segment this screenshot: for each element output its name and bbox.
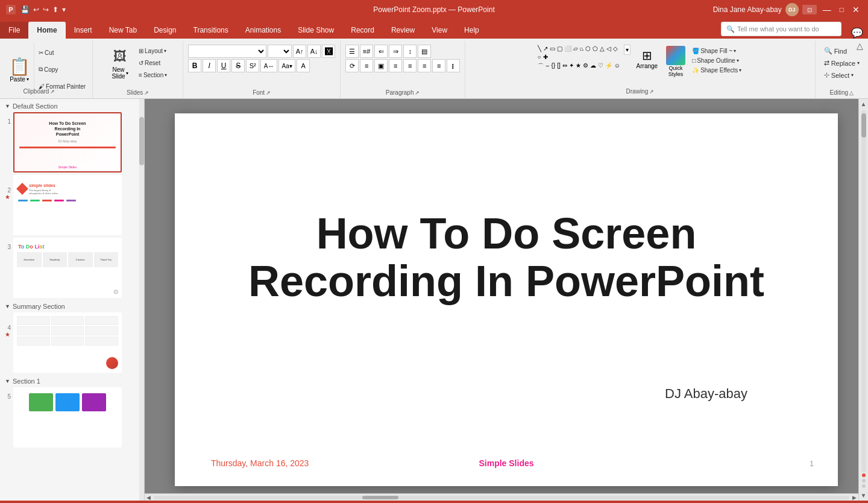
slide-thumb-img-4[interactable] bbox=[13, 312, 122, 373]
shape-outline-button[interactable]: □ Shape Outline ▾ bbox=[690, 57, 743, 65]
shape-plus[interactable]: ✚ bbox=[542, 53, 549, 61]
slide-thumb-img-1[interactable]: How To Do ScreenRecording InPowerPoint D… bbox=[13, 112, 122, 172]
tab-home[interactable]: Home bbox=[28, 22, 65, 39]
slide-thumb-1[interactable]: 1 How To Do ScreenRecording InPowerPoint… bbox=[0, 111, 144, 174]
redo-icon[interactable]: ↪ bbox=[43, 5, 49, 14]
align-center-btn[interactable]: ≡ bbox=[403, 59, 417, 72]
shapes-expand-icon[interactable]: ▾ bbox=[624, 45, 631, 55]
tab-slide-show[interactable]: Slide Show bbox=[289, 22, 342, 39]
tab-new-tab[interactable]: New Tab bbox=[101, 22, 145, 39]
minimize-btn[interactable]: — bbox=[820, 5, 834, 14]
tab-file[interactable]: File bbox=[0, 22, 28, 39]
quick-access-toolbar[interactable]: 💾 ↩ ↪ ⬆ ▾ bbox=[20, 5, 66, 14]
strikethrough-btn[interactable]: S bbox=[231, 59, 245, 72]
quick-styles-btn[interactable]: QuickStyles bbox=[664, 45, 688, 78]
font-color-btn[interactable]: A bbox=[297, 59, 310, 72]
arrange-button[interactable]: ⊞ Arrange bbox=[633, 46, 662, 72]
justify-btn[interactable]: ≡ bbox=[432, 59, 445, 72]
shape-arrow[interactable]: ↗ bbox=[542, 45, 549, 52]
shape-line[interactable]: ╲ bbox=[537, 45, 542, 52]
maximize-btn[interactable]: □ bbox=[837, 5, 846, 14]
shape-star4[interactable]: ✦ bbox=[568, 62, 574, 71]
cut-button[interactable]: ✂ Cut bbox=[37, 49, 87, 57]
restore-icon[interactable]: ⊡ bbox=[802, 5, 817, 14]
section-summary[interactable]: ▼ Summary Section bbox=[0, 299, 144, 311]
canvas-right-scrollbar[interactable]: ▲ ▼ bbox=[858, 99, 868, 501]
shape-bracket[interactable]: {} bbox=[551, 62, 556, 71]
font-name-select[interactable] bbox=[188, 45, 266, 58]
scroll-dot-2[interactable] bbox=[862, 479, 866, 482]
clipboard-expand-icon[interactable]: ↗ bbox=[50, 89, 55, 95]
shape-heart[interactable]: ♡ bbox=[597, 62, 604, 71]
layout-button[interactable]: ⊞ Layout ▾ bbox=[137, 47, 169, 55]
close-btn[interactable]: ✕ bbox=[850, 5, 862, 14]
shape-rtri[interactable]: ◁ bbox=[606, 45, 612, 52]
slide-thumb-img-3[interactable]: To Do List Sometime Simplicity Creative … bbox=[13, 238, 122, 298]
undo-icon[interactable]: ↩ bbox=[33, 5, 39, 14]
tab-design[interactable]: Design bbox=[145, 22, 184, 39]
shape-circle[interactable]: ○ bbox=[537, 53, 542, 61]
tab-review[interactable]: Review bbox=[383, 22, 423, 39]
collapse-ribbon-btn[interactable]: △ bbox=[857, 41, 863, 51]
columns-btn[interactable]: ⫿ bbox=[447, 59, 460, 72]
reset-button[interactable]: ↺ Reset bbox=[137, 59, 169, 67]
slide-thumb-img-5[interactable] bbox=[13, 387, 122, 448]
find-button[interactable]: 🔍 Find bbox=[820, 46, 851, 56]
select-button[interactable]: ⊹ Select ▾ bbox=[820, 70, 858, 80]
tab-record[interactable]: Record bbox=[342, 22, 383, 39]
save-icon[interactable]: 💾 bbox=[20, 5, 30, 14]
shape-trap[interactable]: ⏢ bbox=[579, 45, 584, 52]
new-slide-button[interactable]: 🖼 NewSlide ▾ bbox=[107, 45, 133, 82]
scroll-dot-active[interactable] bbox=[862, 473, 866, 477]
decrease-font-btn[interactable]: A↓ bbox=[307, 45, 321, 58]
shape-arc[interactable]: ⌒ bbox=[537, 62, 544, 71]
increase-indent-btn[interactable]: ⇒ bbox=[389, 45, 402, 58]
upload-icon[interactable]: ⬆ bbox=[52, 5, 58, 14]
drawing-expand-icon[interactable]: ↗ bbox=[649, 89, 654, 95]
shape-oct[interactable]: ⬠ bbox=[592, 45, 599, 52]
customize-qa-icon[interactable]: ▾ bbox=[62, 5, 66, 14]
align-right-btn[interactable]: ≡ bbox=[418, 59, 431, 72]
shape-double[interactable]: ⇔ bbox=[562, 62, 568, 71]
slide-thumb-3[interactable]: 3 To Do List Sometime Simplicity Creativ… bbox=[0, 236, 144, 299]
slide-thumb-img-2[interactable]: simple slides The largest library ofinfo… bbox=[13, 175, 122, 235]
section-default[interactable]: ▼ Default Section bbox=[0, 99, 144, 111]
scroll-dot-3[interactable] bbox=[862, 484, 866, 488]
align-text-btn[interactable]: ≡ bbox=[360, 59, 373, 72]
shape-rect[interactable]: ▭ bbox=[549, 45, 556, 52]
decrease-indent-btn[interactable]: ⇐ bbox=[374, 45, 388, 58]
tab-animations[interactable]: Animations bbox=[237, 22, 289, 39]
shape-star5[interactable]: ★ bbox=[575, 62, 582, 71]
smartart-btn[interactable]: ▣ bbox=[374, 59, 388, 72]
shape-diamond[interactable]: ◇ bbox=[612, 45, 618, 52]
tab-help[interactable]: Help bbox=[456, 22, 488, 39]
scroll-left-arrow[interactable]: ◀ bbox=[145, 495, 153, 501]
shape-cloud[interactable]: ☁ bbox=[590, 62, 597, 71]
col-btn[interactable]: ▤ bbox=[418, 45, 431, 58]
shape-rect2[interactable]: ⬜ bbox=[564, 45, 572, 52]
shape-round-rect[interactable]: ▢ bbox=[556, 45, 563, 52]
section-1[interactable]: ▼ Section 1 bbox=[0, 374, 144, 386]
italic-btn[interactable]: I bbox=[203, 59, 216, 72]
shape-tri[interactable]: △ bbox=[599, 45, 605, 52]
underline-btn[interactable]: U bbox=[217, 59, 230, 72]
share-icon[interactable]: 💬 bbox=[851, 27, 863, 39]
tab-insert[interactable]: Insert bbox=[66, 22, 101, 39]
slide-thumb-2[interactable]: 2 ★ simple slides The largest library of… bbox=[0, 174, 144, 236]
change-case-btn[interactable]: Aa▾ bbox=[278, 59, 295, 72]
tab-transitions[interactable]: Transitions bbox=[185, 22, 237, 39]
text-direction-btn[interactable]: ⟳ bbox=[345, 59, 359, 72]
section-button[interactable]: ≡ Section ▾ bbox=[137, 71, 169, 79]
shadow-btn[interactable]: S² bbox=[246, 59, 259, 72]
shape-gear[interactable]: ⚙ bbox=[582, 62, 589, 71]
scroll-up-arrow[interactable]: ▲ bbox=[859, 99, 868, 109]
shape-hex[interactable]: ⬡ bbox=[585, 45, 591, 52]
tab-view[interactable]: View bbox=[423, 22, 456, 39]
main-slide[interactable]: How To Do Screen Recording In PowerPoint… bbox=[175, 113, 838, 486]
canvas-bottom-scrollbar[interactable]: ◀ ▶ bbox=[145, 493, 858, 501]
slide-thumb-5[interactable]: 5 bbox=[0, 386, 144, 449]
font-size-select[interactable] bbox=[268, 45, 292, 58]
bold-btn[interactable]: B bbox=[188, 59, 201, 72]
shape-effects-button[interactable]: ✨ Shape Effects ▾ bbox=[690, 66, 743, 74]
scroll-right-arrow[interactable]: ▶ bbox=[851, 495, 858, 501]
